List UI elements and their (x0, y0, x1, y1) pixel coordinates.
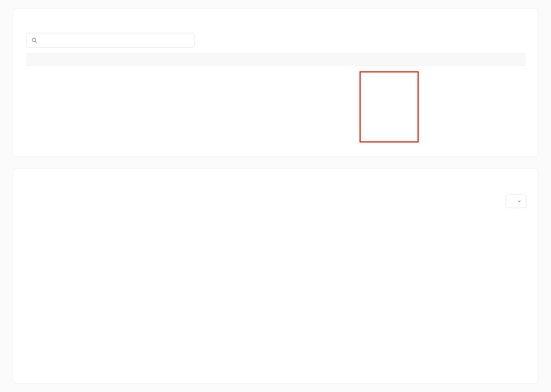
projects-table (26, 53, 526, 66)
production-projects-card (13, 8, 538, 157)
model-builds-card (13, 168, 538, 384)
search-input[interactable] (41, 38, 189, 43)
model-builds-chart (44, 255, 528, 352)
project-search[interactable] (26, 33, 195, 48)
search-icon (31, 37, 37, 43)
chevron-down-icon (517, 199, 521, 203)
reused-models-highlight-box (359, 71, 419, 143)
chart-plot (44, 255, 528, 352)
environment-dropdown[interactable] (505, 194, 526, 208)
table-header-row (26, 53, 526, 66)
